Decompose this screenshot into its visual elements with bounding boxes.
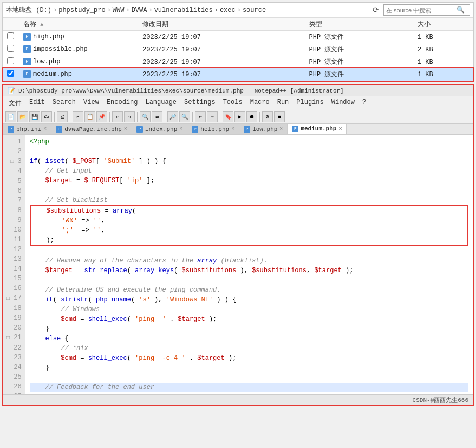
menu-edit[interactable]: Edit — [26, 97, 48, 109]
menu-macro[interactable]: Macro — [247, 97, 273, 109]
sep8 — [259, 112, 260, 122]
file-name[interactable]: Pimpossible.php — [19, 43, 138, 56]
btn-paste[interactable]: 📌 — [96, 111, 107, 122]
file-name[interactable]: Plow.php — [19, 56, 138, 68]
menu-tools[interactable]: Tools — [220, 97, 246, 109]
col-date[interactable]: 修改日期 — [138, 18, 305, 31]
tab-close-btn[interactable]: × — [338, 126, 342, 132]
tab-index-php[interactable]: Pindex.php× — [132, 124, 187, 134]
tab-close-btn[interactable]: × — [279, 126, 283, 132]
btn-run-macro[interactable]: ▶ — [234, 111, 245, 122]
btn-record[interactable]: ⏺ — [246, 111, 257, 122]
line-number: 23 — [6, 353, 22, 363]
tab-dvwaPage-inc-php[interactable]: PdvwaPage.inc.php× — [51, 124, 132, 134]
code-line: '&&' => '', — [30, 216, 468, 226]
code-content[interactable]: <?php if( isset( $_POST[ 'Submit' ] ) ) … — [25, 135, 473, 394]
menu-run[interactable]: Run — [274, 97, 292, 109]
btn-indent-left[interactable]: ⇐ — [195, 111, 206, 122]
file-name[interactable]: Pmedium.php — [19, 68, 138, 81]
path-vulnerabilities[interactable]: vulnerabilities — [154, 6, 213, 14]
refresh-icon[interactable]: ⟳ — [373, 5, 379, 15]
tab-close-btn[interactable]: × — [179, 126, 182, 132]
menu-window[interactable]: Window — [328, 97, 358, 109]
code-line — [30, 373, 468, 383]
btn-extra1[interactable]: ⚙ — [262, 111, 273, 122]
btn-save[interactable]: 💾 — [29, 111, 40, 122]
file-name[interactable]: Phigh.php — [19, 31, 138, 44]
table-row[interactable]: Pimpossible.php2023/2/25 19:07PHP 源文件2 K… — [3, 43, 473, 56]
btn-copy[interactable]: 📋 — [84, 111, 95, 122]
line-number: 20 — [6, 323, 22, 333]
menu-view[interactable]: View — [80, 97, 102, 109]
line-number: 6 — [6, 186, 22, 196]
path-dvwa[interactable]: DVWA — [132, 6, 147, 14]
search-input[interactable] — [386, 7, 457, 14]
table-row[interactable]: Phigh.php2023/2/25 19:07PHP 源文件1 KB — [3, 31, 473, 44]
col-size[interactable]: 大小 — [413, 18, 473, 31]
tab-medium-php[interactable]: Pmedium.php× — [288, 124, 347, 134]
file-checkbox[interactable] — [7, 45, 14, 52]
tab-help-php[interactable]: Phelp.php× — [187, 124, 239, 134]
tab-close-btn[interactable]: × — [124, 126, 127, 132]
address-path: 本地磁盘 (D:) › phpstudy_pro › WWW › DVWA › … — [6, 5, 368, 15]
menu-search[interactable]: Search — [49, 97, 79, 109]
btn-zoom-in[interactable]: 🔎 — [167, 111, 178, 122]
line-number: 2 — [6, 147, 22, 156]
tab-label: php.ini — [16, 126, 41, 133]
btn-extra2[interactable]: ◼ — [274, 111, 285, 122]
path-disk[interactable]: 本地磁盘 (D:) — [6, 5, 51, 15]
tab-low-php[interactable]: Plow.php× — [239, 124, 288, 134]
tab-label: dvwaPage.inc.php — [64, 126, 122, 133]
col-name[interactable]: 名称 ▲ — [19, 18, 138, 31]
btn-undo[interactable]: ↩ — [112, 111, 123, 122]
notepad-icon: 📝 — [8, 87, 15, 94]
btn-open[interactable]: 📂 — [17, 111, 28, 122]
btn-find[interactable]: 🔍 — [140, 111, 151, 122]
code-line: } — [30, 363, 468, 373]
sep1 — [54, 112, 55, 122]
tab-close-btn[interactable]: × — [231, 126, 234, 132]
menu-language[interactable]: Language — [142, 97, 180, 109]
table-row[interactable]: Pmedium.php2023/2/25 19:07PHP 源文件1 KB — [3, 68, 473, 81]
col-type[interactable]: 类型 — [305, 18, 413, 31]
search-icon[interactable]: 🔍 — [457, 6, 465, 14]
code-line — [30, 246, 468, 256]
code-line: if( isset( $_POST[ 'Submit' ] ) ) { — [30, 156, 468, 166]
line-number: 19 — [6, 313, 22, 323]
code-line: if( stristr( php_uname( 's' ), 'Windows … — [30, 295, 468, 305]
table-row[interactable]: Plow.php2023/2/25 19:07PHP 源文件1 KB — [3, 56, 473, 68]
line-number: 12 — [6, 245, 22, 254]
menu-help[interactable]: ? — [359, 97, 369, 109]
btn-bookmark[interactable]: 🔖 — [223, 111, 233, 122]
path-phpstudy[interactable]: phpstudy_pro — [58, 6, 105, 14]
file-explorer: 本地磁盘 (D:) › phpstudy_pro › WWW › DVWA › … — [2, 2, 474, 81]
file-checkbox[interactable] — [7, 57, 14, 64]
tab-php-ini[interactable]: Pphp.ini× — [3, 124, 51, 134]
path-exec[interactable]: exec — [220, 6, 236, 14]
btn-print[interactable]: 🖨 — [57, 111, 68, 122]
menu-encoding[interactable]: Encoding — [103, 97, 141, 109]
btn-cut[interactable]: ✂ — [73, 111, 83, 122]
address-bar: 本地磁盘 (D:) › phpstudy_pro › WWW › DVWA › … — [3, 3, 473, 18]
btn-redo[interactable]: ↪ — [124, 111, 135, 122]
path-www[interactable]: WWW — [113, 6, 125, 14]
menu-plugins[interactable]: Plugins — [293, 97, 327, 109]
file-type: PHP 源文件 — [305, 31, 413, 44]
watermark: CSDN-@西西先生666 — [413, 396, 468, 404]
btn-save-all[interactable]: 🗂 — [41, 111, 52, 122]
btn-indent-right[interactable]: ⇒ — [207, 111, 218, 122]
tab-label: medium.php — [301, 126, 336, 132]
file-checkbox[interactable] — [7, 70, 14, 77]
btn-zoom-out[interactable]: 🔍 — [179, 111, 190, 122]
file-checkbox[interactable] — [7, 32, 14, 39]
btn-new[interactable]: 📄 — [5, 111, 16, 122]
menu-settings[interactable]: Settings — [181, 97, 219, 109]
btn-replace[interactable]: ⇄ — [152, 111, 162, 122]
code-line — [30, 147, 468, 156]
file-table: 名称 ▲ 修改日期 类型 大小 Phigh.php2023/2/25 19:07… — [3, 18, 473, 81]
path-source[interactable]: source — [243, 6, 266, 14]
search-box[interactable]: 🔍 — [383, 4, 470, 16]
menu-file[interactable]: 文件 — [5, 97, 25, 109]
tab-close-btn[interactable]: × — [43, 126, 47, 132]
sep2 — [70, 112, 70, 122]
